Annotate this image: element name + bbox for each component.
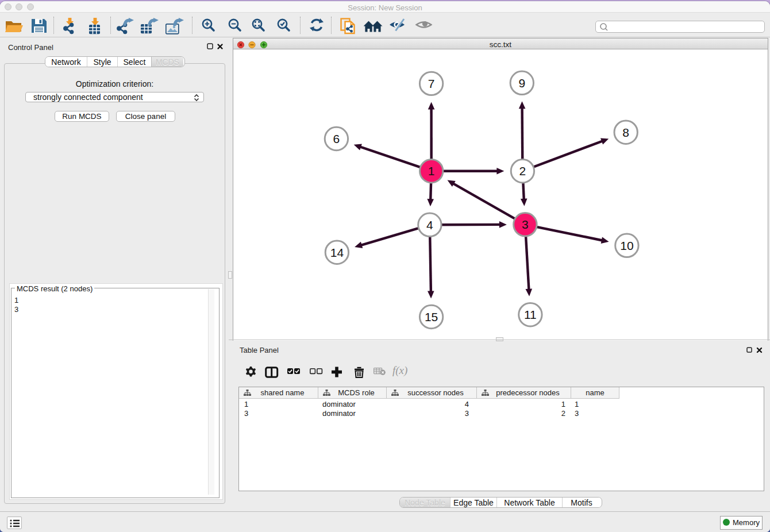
svg-text:4: 4 <box>426 218 433 232</box>
svg-text:1: 1 <box>428 164 435 178</box>
svg-text:11: 11 <box>524 308 537 321</box>
svg-text:15: 15 <box>425 310 438 323</box>
svg-text:3: 3 <box>522 218 529 231</box>
svg-text:14: 14 <box>330 246 344 259</box>
svg-text:2: 2 <box>519 164 526 178</box>
svg-text:6: 6 <box>333 132 340 145</box>
svg-text:10: 10 <box>620 239 633 252</box>
svg-text:8: 8 <box>622 126 629 139</box>
svg-text:9: 9 <box>518 76 525 90</box>
svg-text:7: 7 <box>428 77 435 90</box>
